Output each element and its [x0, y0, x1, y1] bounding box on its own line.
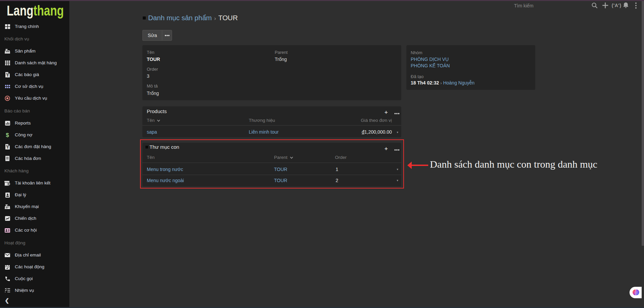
svg-text:$: $: [6, 132, 9, 138]
svg-text:$: $: [7, 146, 8, 149]
svg-text:$: $: [7, 74, 8, 77]
